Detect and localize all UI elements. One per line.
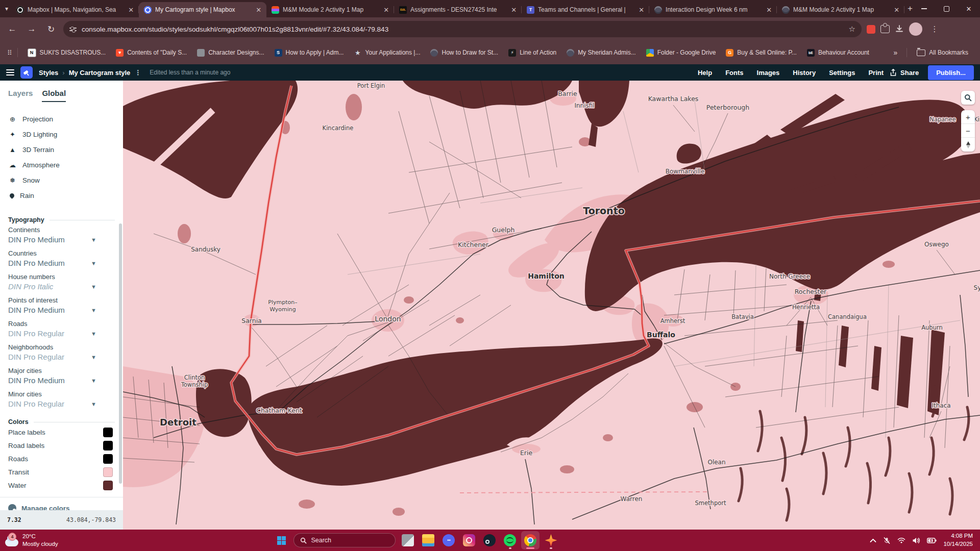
bookmark-item-5[interactable]: ★Your Applications |...: [349, 47, 425, 59]
extension-icon[interactable]: [867, 25, 875, 34]
global-item-atmosphere[interactable]: ☁Atmosphere: [0, 157, 123, 172]
taskbar-weather-widget[interactable]: 4 20°C Mostly cloudy: [0, 533, 117, 548]
map-search-button[interactable]: [961, 91, 975, 105]
bookmark-item-1[interactable]: NSUKI'S DISASTROUS...: [23, 46, 111, 59]
bookmarks-overflow-chevron[interactable]: »: [890, 48, 902, 57]
profile-avatar[interactable]: [909, 22, 922, 36]
color-swatch[interactable]: [103, 467, 113, 477]
browser-tab-4[interactable]: D2LAssignments - DESN27425 Inte✕: [394, 2, 522, 17]
studio-nav-print[interactable]: Print: [868, 69, 884, 77]
breadcrumb-styles-link[interactable]: Styles: [39, 69, 58, 77]
browser-tab-3[interactable]: M&M Module 2 Activity 1 Map✕: [266, 2, 394, 17]
start-button[interactable]: [272, 531, 290, 549]
site-info-icon[interactable]: [69, 26, 77, 33]
global-item-3d-lighting[interactable]: ✦3D Lighting: [0, 127, 123, 142]
bookmark-item-6[interactable]: How to Draw for St...: [426, 47, 503, 59]
taskbar-search-box[interactable]: Search: [293, 533, 396, 547]
tab-close-icon[interactable]: ✕: [638, 6, 645, 14]
browser-tab-6[interactable]: Interaction Design Week 6 nm✕: [649, 2, 777, 17]
chevron-down-icon[interactable]: ▼: [91, 378, 96, 384]
publish-button[interactable]: Publish...: [928, 65, 974, 80]
zoom-in-button[interactable]: +: [961, 110, 975, 124]
chevron-down-icon[interactable]: ▼: [91, 401, 96, 407]
global-item-snow[interactable]: ❅Snow: [0, 172, 123, 188]
color-swatch[interactable]: [103, 481, 113, 490]
spotify-taskbar-icon[interactable]: [501, 531, 519, 549]
apps-grid-icon[interactable]: ⠿: [7, 49, 12, 57]
window-minimize-button[interactable]: [913, 0, 935, 17]
url-text[interactable]: console.mapbox.com/studio/styles/sodsukh…: [82, 26, 844, 33]
bookmark-star-icon[interactable]: ☆: [849, 24, 855, 34]
global-item-projection[interactable]: ⊕Projection: [0, 111, 123, 127]
extensions-puzzle-icon[interactable]: [880, 25, 890, 33]
star-app-taskbar-icon[interactable]: [542, 531, 560, 549]
global-item-3d-terrain[interactable]: ▲3D Terrain: [0, 142, 123, 157]
browser-tab-5[interactable]: TTeams and Channels | General |✕: [522, 2, 649, 17]
global-item-rain[interactable]: Rain: [0, 188, 123, 203]
file-explorer-taskbar-icon[interactable]: [419, 531, 437, 549]
instagram-taskbar-icon[interactable]: [460, 531, 478, 549]
bookmark-item-11[interactable]: bEBehaviour Account: [802, 47, 874, 59]
chevron-down-icon[interactable]: ▼: [91, 307, 96, 313]
font-select[interactable]: DIN Pro Italic▼: [8, 282, 115, 291]
task-view-taskbar-icon[interactable]: [399, 531, 417, 549]
bookmark-item-7[interactable]: ⚡Line of Action: [504, 47, 561, 59]
chevron-down-icon[interactable]: ▼: [91, 260, 96, 266]
tab-close-icon[interactable]: ✕: [382, 6, 390, 14]
back-icon[interactable]: ←: [5, 24, 19, 34]
battery-icon[interactable]: [927, 538, 937, 543]
tab-close-icon[interactable]: ✕: [765, 6, 773, 14]
bookmark-item-4[interactable]: SHow to Apply | Adm...: [270, 47, 349, 59]
font-select[interactable]: DIN Pro Medium▼: [8, 376, 115, 385]
window-maximize-button[interactable]: [935, 0, 958, 17]
font-select[interactable]: DIN Pro Regular▼: [8, 329, 115, 338]
chevron-down-icon[interactable]: ▼: [91, 284, 96, 290]
tab-close-icon[interactable]: ✕: [255, 6, 262, 14]
tab-global[interactable]: Global: [42, 89, 66, 102]
studio-nav-help[interactable]: Help: [698, 69, 712, 77]
steam-taskbar-icon[interactable]: [480, 531, 499, 549]
font-select[interactable]: DIN Pro Medium▼: [8, 235, 115, 244]
chevron-down-icon[interactable]: ▼: [91, 354, 96, 360]
share-button[interactable]: Share: [890, 69, 919, 77]
chevron-down-icon[interactable]: ▼: [91, 331, 96, 337]
font-select[interactable]: DIN Pro Regular▼: [8, 353, 115, 361]
map-canvas[interactable]: TorontoDetroitHamiltonBuffaloLondonKitch…: [123, 81, 980, 530]
font-select[interactable]: DIN Pro Medium▼: [8, 259, 115, 267]
tab-close-icon[interactable]: ✕: [127, 6, 135, 14]
bookmark-item-2[interactable]: ♥Contents of "Daily S...: [111, 47, 191, 59]
discord-taskbar-icon[interactable]: [439, 531, 458, 549]
tab-close-icon[interactable]: ✕: [510, 6, 518, 14]
taskbar-clock[interactable]: 4:08 PM 10/14/2025: [943, 532, 973, 548]
all-bookmarks-button[interactable]: All Bookmarks: [912, 47, 973, 58]
tab-layers[interactable]: Layers: [8, 89, 33, 102]
bookmark-item-3[interactable]: Character Designs...: [192, 47, 268, 59]
mic-muted-icon[interactable]: [883, 537, 891, 544]
window-close-button[interactable]: ✕: [958, 0, 980, 17]
studio-nav-fonts[interactable]: Fonts: [725, 69, 743, 77]
studio-nav-settings[interactable]: Settings: [829, 69, 855, 77]
color-swatch[interactable]: [103, 428, 113, 437]
color-swatch[interactable]: [103, 441, 113, 450]
font-select[interactable]: DIN Pro Medium▼: [8, 306, 115, 314]
browser-menu-kebab-icon[interactable]: ⋮: [927, 24, 942, 34]
hamburger-menu-icon[interactable]: [6, 68, 14, 77]
studio-nav-history[interactable]: History: [793, 69, 816, 77]
browser-tab-7[interactable]: M&M Module 2 Activity 1 Map✕: [777, 2, 904, 17]
bookmark-item-10[interactable]: GBuy & Sell Online: P...: [721, 47, 801, 59]
url-field[interactable]: console.mapbox.com/studio/styles/sodsukh…: [63, 21, 862, 37]
compass-button[interactable]: [961, 138, 975, 152]
reload-icon[interactable]: ↻: [44, 24, 58, 35]
style-options-kebab-icon[interactable]: ⋮: [134, 68, 141, 77]
browser-tab-1[interactable]: Mapbox | Maps, Navigation, Sea✕: [11, 2, 139, 17]
tab-close-icon[interactable]: ✕: [893, 6, 900, 14]
bookmark-item-9[interactable]: Folder - Google Drive: [642, 47, 721, 59]
sidebar-scrollbar[interactable]: [119, 223, 122, 484]
tab-search-chevron-icon[interactable]: ▾: [4, 2, 9, 15]
chevron-down-icon[interactable]: ▼: [91, 237, 96, 243]
forward-icon[interactable]: →: [24, 24, 39, 34]
font-select[interactable]: DIN Pro Regular▼: [8, 399, 115, 408]
color-swatch[interactable]: [103, 454, 113, 464]
studio-nav-images[interactable]: Images: [757, 69, 780, 77]
tray-chevron-up-icon[interactable]: [870, 538, 876, 543]
